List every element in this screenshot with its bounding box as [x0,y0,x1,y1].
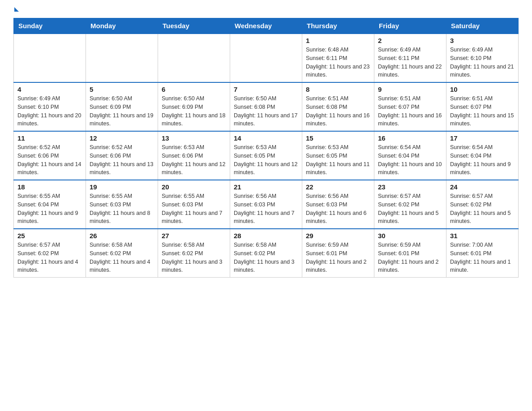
day-info: Sunrise: 6:55 AM Sunset: 6:03 PM Dayligh… [162,192,226,226]
day-info: Sunrise: 6:55 AM Sunset: 6:03 PM Dayligh… [90,192,154,226]
week-row-3: 11Sunrise: 6:52 AM Sunset: 6:06 PM Dayli… [14,131,519,180]
day-cell: 10Sunrise: 6:51 AM Sunset: 6:07 PM Dayli… [446,82,519,131]
day-info: Sunrise: 6:58 AM Sunset: 6:02 PM Dayligh… [234,241,298,274]
day-cell: 30Sunrise: 6:59 AM Sunset: 6:01 PM Dayli… [374,229,446,278]
day-number: 31 [450,232,515,240]
day-cell: 1Sunrise: 6:48 AM Sunset: 6:11 PM Daylig… [302,34,374,82]
day-cell: 13Sunrise: 6:53 AM Sunset: 6:06 PM Dayli… [158,131,230,180]
day-info: Sunrise: 6:56 AM Sunset: 6:03 PM Dayligh… [234,192,298,226]
day-cell: 24Sunrise: 6:57 AM Sunset: 6:02 PM Dayli… [446,180,519,229]
day-cell: 14Sunrise: 6:53 AM Sunset: 6:05 PM Dayli… [230,131,302,180]
week-row-1: 1Sunrise: 6:48 AM Sunset: 6:11 PM Daylig… [14,34,519,82]
day-cell: 2Sunrise: 6:49 AM Sunset: 6:11 PM Daylig… [374,34,446,82]
day-cell: 22Sunrise: 6:56 AM Sunset: 6:03 PM Dayli… [302,180,374,229]
day-info: Sunrise: 6:49 AM Sunset: 6:11 PM Dayligh… [378,46,442,79]
day-info: Sunrise: 6:50 AM Sunset: 6:09 PM Dayligh… [162,94,226,128]
day-number: 2 [378,37,442,44]
day-cell: 11Sunrise: 6:52 AM Sunset: 6:06 PM Dayli… [14,131,86,180]
day-number: 18 [17,183,82,191]
day-cell: 5Sunrise: 6:50 AM Sunset: 6:09 PM Daylig… [86,82,158,131]
day-info: Sunrise: 6:57 AM Sunset: 6:02 PM Dayligh… [450,192,515,226]
day-cell: 8Sunrise: 6:51 AM Sunset: 6:08 PM Daylig… [302,82,374,131]
day-cell: 4Sunrise: 6:49 AM Sunset: 6:10 PM Daylig… [14,82,86,131]
day-number: 26 [90,232,154,240]
day-number: 6 [162,86,226,93]
day-cell: 19Sunrise: 6:55 AM Sunset: 6:03 PM Dayli… [86,180,158,229]
day-info: Sunrise: 7:00 AM Sunset: 6:01 PM Dayligh… [450,241,515,274]
day-cell [86,34,158,82]
day-cell: 12Sunrise: 6:52 AM Sunset: 6:06 PM Dayli… [86,131,158,180]
page-header [13,9,519,13]
day-number: 30 [378,232,442,240]
day-number: 17 [450,134,515,142]
header-cell-sunday: Sunday [14,18,86,34]
day-number: 19 [90,183,154,191]
day-info: Sunrise: 6:53 AM Sunset: 6:05 PM Dayligh… [234,143,298,177]
day-cell: 29Sunrise: 6:59 AM Sunset: 6:01 PM Dayli… [302,229,374,278]
day-info: Sunrise: 6:50 AM Sunset: 6:08 PM Dayligh… [234,94,298,128]
day-number: 25 [17,232,82,240]
day-info: Sunrise: 6:51 AM Sunset: 6:08 PM Dayligh… [306,94,370,128]
day-number: 3 [450,37,515,44]
day-number: 27 [162,232,226,240]
day-info: Sunrise: 6:48 AM Sunset: 6:11 PM Dayligh… [306,46,370,79]
day-info: Sunrise: 6:51 AM Sunset: 6:07 PM Dayligh… [378,94,442,128]
day-cell: 18Sunrise: 6:55 AM Sunset: 6:04 PM Dayli… [14,180,86,229]
day-info: Sunrise: 6:57 AM Sunset: 6:02 PM Dayligh… [17,241,82,274]
day-number: 24 [450,183,515,191]
day-info: Sunrise: 6:58 AM Sunset: 6:02 PM Dayligh… [162,241,226,274]
logo-arrow-icon [14,7,19,12]
day-number: 22 [306,183,370,191]
day-cell: 27Sunrise: 6:58 AM Sunset: 6:02 PM Dayli… [158,229,230,278]
day-cell: 9Sunrise: 6:51 AM Sunset: 6:07 PM Daylig… [374,82,446,131]
day-info: Sunrise: 6:49 AM Sunset: 6:10 PM Dayligh… [450,46,515,79]
day-number: 14 [234,134,298,142]
day-cell: 15Sunrise: 6:53 AM Sunset: 6:05 PM Dayli… [302,131,374,180]
day-cell: 28Sunrise: 6:58 AM Sunset: 6:02 PM Dayli… [230,229,302,278]
day-number: 8 [306,86,370,93]
day-cell: 31Sunrise: 7:00 AM Sunset: 6:01 PM Dayli… [446,229,519,278]
day-info: Sunrise: 6:57 AM Sunset: 6:02 PM Dayligh… [378,192,442,226]
day-number: 16 [378,134,442,142]
day-cell: 16Sunrise: 6:54 AM Sunset: 6:04 PM Dayli… [374,131,446,180]
day-number: 9 [378,86,442,93]
day-info: Sunrise: 6:54 AM Sunset: 6:04 PM Dayligh… [378,143,442,177]
header-cell-saturday: Saturday [446,18,519,34]
day-number: 28 [234,232,298,240]
day-cell: 23Sunrise: 6:57 AM Sunset: 6:02 PM Dayli… [374,180,446,229]
day-number: 11 [17,134,82,142]
day-info: Sunrise: 6:52 AM Sunset: 6:06 PM Dayligh… [17,143,82,177]
day-cell: 20Sunrise: 6:55 AM Sunset: 6:03 PM Dayli… [158,180,230,229]
header-cell-wednesday: Wednesday [230,18,302,34]
week-row-2: 4Sunrise: 6:49 AM Sunset: 6:10 PM Daylig… [14,82,519,131]
day-number: 13 [162,134,226,142]
header-cell-tuesday: Tuesday [158,18,230,34]
day-cell: 25Sunrise: 6:57 AM Sunset: 6:02 PM Dayli… [14,229,86,278]
day-info: Sunrise: 6:59 AM Sunset: 6:01 PM Dayligh… [306,241,370,274]
day-number: 20 [162,183,226,191]
day-info: Sunrise: 6:52 AM Sunset: 6:06 PM Dayligh… [90,143,154,177]
day-number: 4 [17,86,82,93]
day-info: Sunrise: 6:51 AM Sunset: 6:07 PM Dayligh… [450,94,515,128]
day-number: 1 [306,37,370,44]
day-cell [158,34,230,82]
week-row-5: 25Sunrise: 6:57 AM Sunset: 6:02 PM Dayli… [14,229,519,278]
day-cell: 6Sunrise: 6:50 AM Sunset: 6:09 PM Daylig… [158,82,230,131]
logo [13,9,19,13]
day-info: Sunrise: 6:56 AM Sunset: 6:03 PM Dayligh… [306,192,370,226]
day-number: 21 [234,183,298,191]
day-number: 15 [306,134,370,142]
day-info: Sunrise: 6:59 AM Sunset: 6:01 PM Dayligh… [378,241,442,274]
day-number: 5 [90,86,154,93]
header-cell-thursday: Thursday [302,18,374,34]
header-row: SundayMondayTuesdayWednesdayThursdayFrid… [14,18,519,34]
day-number: 10 [450,86,515,93]
day-cell: 26Sunrise: 6:58 AM Sunset: 6:02 PM Dayli… [86,229,158,278]
day-info: Sunrise: 6:53 AM Sunset: 6:05 PM Dayligh… [306,143,370,177]
calendar-table: SundayMondayTuesdayWednesdayThursdayFrid… [13,18,519,278]
calendar-body: 1Sunrise: 6:48 AM Sunset: 6:11 PM Daylig… [14,34,519,278]
day-info: Sunrise: 6:50 AM Sunset: 6:09 PM Dayligh… [90,94,154,128]
day-number: 12 [90,134,154,142]
day-number: 29 [306,232,370,240]
day-info: Sunrise: 6:58 AM Sunset: 6:02 PM Dayligh… [90,241,154,274]
